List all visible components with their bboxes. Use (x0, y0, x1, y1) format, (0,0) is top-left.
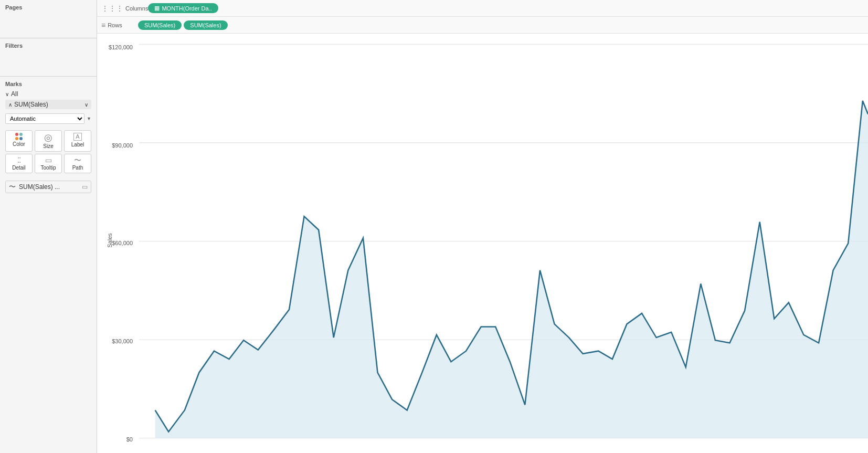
columns-label-text: Columns (125, 5, 148, 12)
filters-section: Filters (0, 38, 97, 77)
chevron-right-icon: ∨ (84, 102, 88, 108)
chart-area: Sales $120,000 $90,000 $60,000 $30,000 $… (97, 34, 868, 453)
y-axis: Sales $120,000 $90,000 $60,000 $30,000 $… (97, 39, 139, 443)
marks-sum-inner: ∧ SUM(Sales) (8, 101, 48, 108)
dot-teal (19, 133, 23, 136)
automatic-dropdown-row: Automatic ▼ (5, 113, 91, 124)
size-button-label: Size (43, 143, 53, 149)
detail-button[interactable]: ⁚⁚ Detail (5, 154, 33, 173)
pages-content (5, 13, 91, 34)
y-label-120k: $120,000 (109, 44, 133, 50)
sum-sales-secondary-inner: 〜 SUM(Sales) ... (9, 182, 60, 192)
marks-label: Marks (5, 81, 91, 87)
filters-label: Filters (5, 43, 91, 49)
sum-sales-secondary-icon: 〜 (9, 182, 16, 192)
sidebar: Pages Filters Marks ∨ All ∧ SUM(Sales) ∨… (0, 0, 97, 453)
chevron-up-icon: ∧ (8, 102, 12, 108)
calendar-icon: ▦ (154, 5, 160, 12)
main-content: ⋮⋮⋮ Columns ▦ MONTH(Order Da.. ≡ Rows SU… (97, 0, 868, 453)
rows-pill-sum-sales-2[interactable]: SUM(Sales) (184, 20, 227, 30)
tooltip-icon: ▭ (45, 156, 52, 164)
rows-shelf-icon: ≡ (101, 21, 105, 29)
chevron-down-icon: ∨ (5, 91, 9, 97)
color-button-label: Color (13, 141, 25, 147)
color-dots-2 (15, 137, 23, 140)
columns-pill-text: MONTH(Order Da.. (162, 5, 211, 12)
rows-header: ≡ Rows SUM(Sales) SUM(Sales) (97, 17, 868, 34)
columns-pill-month[interactable]: ▦ MONTH(Order Da.. (148, 3, 218, 13)
rows-pill-2-text: SUM(Sales) (190, 22, 221, 28)
size-button[interactable]: ◎ Size (35, 130, 62, 152)
dropdown-arrow-icon: ▼ (87, 116, 91, 121)
y-label-60k: $60,000 (112, 240, 133, 246)
y-label-90k: $90,000 (112, 142, 133, 149)
label-button[interactable]: A Label (64, 130, 91, 152)
rows-shelf-label: ≡ Rows (101, 21, 138, 29)
detail-button-label: Detail (12, 165, 26, 171)
marks-all-label: All (11, 90, 18, 98)
path-button[interactable]: 〜 Path (64, 154, 91, 173)
sum-sales-secondary-label: SUM(Sales) ... (19, 183, 60, 191)
color-dots (15, 133, 23, 136)
automatic-dropdown[interactable]: Automatic (5, 113, 84, 124)
pages-label: Pages (5, 4, 91, 10)
rows-pill-sum-sales-1[interactable]: SUM(Sales) (138, 20, 182, 30)
sum-sales-secondary-area-icon: ▭ (82, 183, 88, 191)
rows-pill-1-text: SUM(Sales) (144, 22, 175, 28)
marks-section: Marks ∨ All ∧ SUM(Sales) ∨ Automatic ▼ (0, 77, 97, 197)
path-button-label: Path (72, 165, 83, 171)
columns-shelf-label: ⋮⋮⋮ Columns (101, 4, 148, 13)
y-label-30k: $30,000 (112, 338, 133, 344)
dot-blue (19, 137, 23, 140)
y-axis-title: Sales (107, 234, 113, 248)
label-icon: A (73, 133, 81, 141)
color-button[interactable]: Color (5, 130, 33, 152)
columns-shelf-icon: ⋮⋮⋮ (101, 4, 123, 13)
detail-icon: ⁚⁚ (17, 156, 20, 164)
marks-buttons-grid: Color ◎ Size A Label ⁚⁚ Detail ▭ Tooltip (5, 130, 91, 173)
pages-section: Pages (0, 0, 97, 38)
y-label-0: $0 (126, 436, 133, 443)
columns-header: ⋮⋮⋮ Columns ▦ MONTH(Order Da.. (97, 0, 868, 17)
size-icon: ◎ (44, 133, 52, 142)
rows-label-text: Rows (108, 22, 122, 28)
y-axis-labels: $120,000 $90,000 $60,000 $30,000 $0 (98, 44, 135, 443)
sum-sales-label: SUM(Sales) (14, 101, 48, 108)
chart-svg: 2014 2015 2016 2017 2018 (139, 39, 868, 443)
area-fill (155, 101, 868, 438)
sum-sales-secondary[interactable]: 〜 SUM(Sales) ... ▭ (5, 181, 91, 193)
tooltip-button[interactable]: ▭ Tooltip (35, 154, 62, 173)
dot-red (15, 133, 18, 136)
label-button-label: Label (71, 142, 84, 148)
marks-all-item[interactable]: ∨ All (5, 90, 91, 98)
marks-sum-sales[interactable]: ∧ SUM(Sales) ∨ (5, 100, 91, 109)
tooltip-button-label: Tooltip (41, 165, 56, 171)
chart-canvas: 2014 2015 2016 2017 2018 (139, 39, 868, 443)
dot-orange (15, 137, 18, 140)
path-icon: 〜 (74, 156, 81, 164)
filters-content (5, 51, 91, 72)
